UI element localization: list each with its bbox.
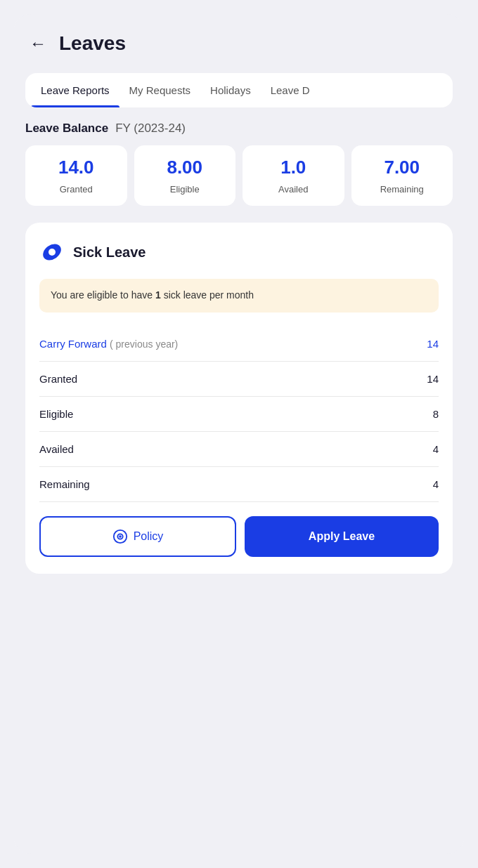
sick-leave-title: Sick Leave <box>73 244 146 261</box>
eligible-value: 8.00 <box>167 157 202 178</box>
app-container: ← Leaves Leave Reports My Requests Holid… <box>14 14 464 854</box>
svg-point-1 <box>49 249 56 256</box>
tab-my-requests[interactable]: My Requests <box>119 73 201 107</box>
leave-balance-period: FY (2023-24) <box>115 121 186 136</box>
availed-row-label: Availed <box>39 443 74 455</box>
granted-value: 14.0 <box>58 157 94 178</box>
availed-row: Availed 4 <box>39 432 439 467</box>
carry-forward-sublabel: ( previous year) <box>110 338 178 350</box>
page-title: Leaves <box>59 32 126 55</box>
granted-row-label: Granted <box>39 373 77 385</box>
leave-balance-label: Leave Balance <box>25 121 108 136</box>
tab-holidays[interactable]: Holidays <box>200 73 261 107</box>
policy-icon <box>112 529 128 544</box>
remaining-value: 7.00 <box>384 157 420 178</box>
back-button[interactable]: ← <box>25 31 51 56</box>
remaining-row-value: 4 <box>433 478 439 490</box>
stat-card-remaining: 7.00 Remaining <box>351 145 453 206</box>
eligible-row-value: 8 <box>433 408 439 420</box>
tab-leave-reports[interactable]: Leave Reports <box>31 73 119 107</box>
eligibility-notice: You are eligible to have 1 sick leave pe… <box>39 279 439 313</box>
eligible-label: Eligible <box>170 184 200 195</box>
action-buttons: Policy Apply Leave <box>39 516 439 557</box>
availed-row-value: 4 <box>433 443 439 455</box>
tab-leave-d[interactable]: Leave D <box>261 73 320 107</box>
stat-card-granted: 14.0 Granted <box>25 145 127 206</box>
granted-label: Granted <box>60 184 93 195</box>
stats-grid: 14.0 Granted 8.00 Eligible 1.0 Availed 7… <box>25 145 453 206</box>
leave-balance-header: Leave Balance FY (2023-24) <box>25 121 453 136</box>
sick-leave-icon <box>39 239 65 265</box>
remaining-label: Remaining <box>380 184 424 195</box>
granted-row-value: 14 <box>427 373 439 385</box>
carry-forward-value: 14 <box>427 338 439 350</box>
svg-point-4 <box>119 536 121 537</box>
eligibility-count: 1 <box>155 289 161 301</box>
eligibility-text-before: You are eligible to have <box>51 289 153 301</box>
policy-btn-label: Policy <box>134 530 164 543</box>
remaining-row-label: Remaining <box>39 478 90 490</box>
sick-leave-header: Sick Leave <box>39 239 439 265</box>
apply-leave-button[interactable]: Apply Leave <box>245 516 439 557</box>
availed-value: 1.0 <box>280 157 306 178</box>
eligible-row-label: Eligible <box>39 408 73 420</box>
availed-label: Availed <box>278 184 308 195</box>
carry-forward-label: Carry Forward ( previous year) <box>39 338 178 350</box>
granted-row: Granted 14 <box>39 362 439 397</box>
tabs-bar: Leave Reports My Requests Holidays Leave… <box>25 73 453 107</box>
eligibility-suffix: sick leave per month <box>164 289 254 301</box>
header: ← Leaves <box>25 28 453 59</box>
carry-forward-row: Carry Forward ( previous year) 14 <box>39 327 439 362</box>
stat-card-availed: 1.0 Availed <box>243 145 344 206</box>
sick-leave-card: Sick Leave You are eligible to have 1 si… <box>25 223 453 574</box>
eligible-row: Eligible 8 <box>39 397 439 432</box>
stat-card-eligible: 8.00 Eligible <box>134 145 236 206</box>
policy-button[interactable]: Policy <box>39 516 236 557</box>
back-arrow-icon: ← <box>30 34 46 53</box>
remaining-row: Remaining 4 <box>39 467 439 502</box>
